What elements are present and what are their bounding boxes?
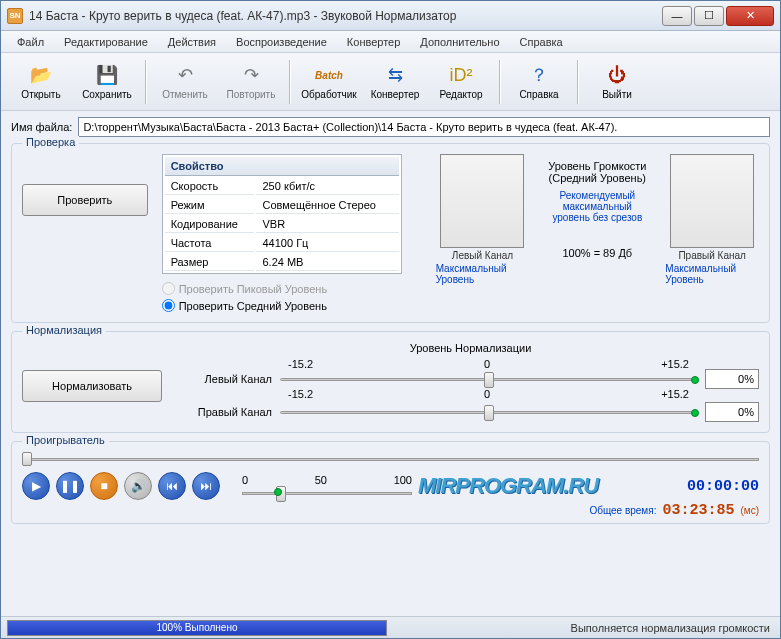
toolbar-undo-label: Отменить — [162, 89, 208, 100]
toolbar-converter[interactable]: ⇆ Конвертер — [363, 57, 427, 107]
maximize-button[interactable]: ☐ — [694, 6, 724, 26]
tick-lo: -15.2 — [288, 358, 313, 370]
left-channel-label: Левый Канал — [452, 250, 513, 261]
tick-hi2: +15.2 — [661, 388, 689, 400]
table-row: Скорость250 кбит/с — [165, 178, 399, 195]
total-label: Общее время: — [589, 505, 656, 516]
right-slider[interactable] — [280, 403, 697, 421]
pct-db-label: 100% = 89 Дб — [562, 247, 632, 259]
radio-peak-label: Проверить Пиковый Уровень — [179, 283, 328, 295]
close-button[interactable]: ✕ — [726, 6, 774, 26]
volume-slider[interactable]: 0 50 100 — [242, 474, 412, 498]
toolbar-batch-label: Обработчик — [301, 89, 356, 100]
separator — [499, 60, 501, 104]
toolbar-open[interactable]: 📂 Открыть — [9, 57, 73, 107]
toolbar-save-label: Сохранить — [82, 89, 132, 100]
menu-converter[interactable]: Конвертер — [339, 34, 408, 50]
table-row: КодированиеVBR — [165, 216, 399, 233]
left-max-link[interactable]: Максимальный Уровень — [436, 263, 530, 285]
slider-title: Уровень Нормализации — [182, 342, 759, 354]
right-max-link[interactable]: Максимальный Уровень — [665, 263, 759, 285]
save-icon: 💾 — [95, 63, 119, 87]
toolbar-open-label: Открыть — [21, 89, 60, 100]
watermark: MIRPROGRAM.RU — [418, 473, 598, 499]
toolbar-redo[interactable]: ↷ Повторить — [219, 57, 283, 107]
volume-title2: (Средний Уровень) — [549, 172, 646, 184]
norm-group: Нормализация Нормализовать Уровень Норма… — [11, 331, 770, 433]
progress-bar: 100% Выполнено — [7, 620, 387, 636]
player-group: Проигрыватель ▶ ❚❚ ■ 🔊 ⏮ ⏭ 0 50 100 — [11, 441, 770, 524]
radio-peak-input[interactable] — [162, 282, 175, 295]
left-ch-label: Левый Канал — [182, 373, 272, 385]
check-group: Проверка Проверить Свойство Скорость250 … — [11, 143, 770, 323]
left-slider[interactable] — [280, 370, 697, 388]
exit-icon: ⏻ — [605, 63, 629, 87]
left-channel-meter — [440, 154, 524, 248]
properties-table: Свойство Скорость250 кбит/с РежимСовмещё… — [162, 154, 402, 274]
minimize-button[interactable]: — — [662, 6, 692, 26]
toolbar-exit[interactable]: ⏻ Выйти — [585, 57, 649, 107]
prev-button[interactable]: ⏮ — [158, 472, 186, 500]
table-row: Размер6.24 МВ — [165, 254, 399, 271]
ms-label: (мс) — [740, 505, 759, 516]
props-header: Свойство — [165, 157, 399, 176]
convert-icon: ⇆ — [383, 63, 407, 87]
radio-avg-label: Проверить Средний Уровень — [179, 300, 327, 312]
speaker-button[interactable]: 🔊 — [124, 472, 152, 500]
toolbar-redo-label: Повторить — [227, 89, 276, 100]
toolbar-exit-label: Выйти — [602, 89, 632, 100]
check-button[interactable]: Проверить — [22, 184, 148, 216]
table-row: РежимСовмещённое Стерео — [165, 197, 399, 214]
menu-actions[interactable]: Действия — [160, 34, 224, 50]
filename-input[interactable] — [78, 117, 770, 137]
right-channel-label: Правый Канал — [678, 250, 745, 261]
toolbar-converter-label: Конвертер — [371, 89, 420, 100]
play-button[interactable]: ▶ — [22, 472, 50, 500]
normalize-button[interactable]: Нормализовать — [22, 370, 162, 402]
table-row: Частота44100 Гц — [165, 235, 399, 252]
tick-mid: 0 — [484, 358, 490, 370]
volume-hint2[interactable]: максимальный — [563, 201, 632, 212]
titlebar: SN 14 Баста - Круто верить в чудеса (fea… — [1, 1, 780, 31]
redo-icon: ↷ — [239, 63, 263, 87]
volume-hint1[interactable]: Рекомендуемый — [559, 190, 635, 201]
menu-extra[interactable]: Дополнительно — [412, 34, 507, 50]
app-icon: SN — [7, 8, 23, 24]
menu-edit[interactable]: Редактирование — [56, 34, 156, 50]
right-pct: 0% — [705, 402, 759, 422]
menu-help[interactable]: Справка — [512, 34, 571, 50]
next-button[interactable]: ⏭ — [192, 472, 220, 500]
statusbar: 100% Выполнено Выполняется нормализация … — [1, 616, 780, 638]
toolbar-help[interactable]: ？ Справка — [507, 57, 571, 107]
toolbar: 📂 Открыть 💾 Сохранить ↶ Отменить ↷ Повто… — [1, 53, 780, 111]
time-now: 00:00:00 — [687, 478, 759, 495]
norm-title: Нормализация — [22, 324, 106, 336]
radio-avg[interactable]: Проверить Средний Уровень — [162, 297, 402, 314]
help-icon: ？ — [527, 63, 551, 87]
toolbar-editor[interactable]: iD² Редактор — [429, 57, 493, 107]
tick-mid2: 0 — [484, 388, 490, 400]
radio-avg-input[interactable] — [162, 299, 175, 312]
radio-peak[interactable]: Проверить Пиковый Уровень — [162, 280, 402, 297]
editor-icon: iD² — [449, 63, 473, 87]
volume-hint3[interactable]: уровень без срезов — [552, 212, 642, 223]
seek-slider[interactable] — [22, 452, 759, 466]
toolbar-save[interactable]: 💾 Сохранить — [75, 57, 139, 107]
status-text: Выполняется нормализация громкости — [393, 622, 780, 634]
stop-button[interactable]: ■ — [90, 472, 118, 500]
tick-lo2: -15.2 — [288, 388, 313, 400]
progress-text: 100% Выполнено — [8, 621, 386, 635]
tick-hi: +15.2 — [661, 358, 689, 370]
total-time: 03:23:85 — [662, 502, 734, 519]
toolbar-batch[interactable]: Batch Обработчик — [297, 57, 361, 107]
menu-playback[interactable]: Воспроизведение — [228, 34, 335, 50]
toolbar-undo[interactable]: ↶ Отменить — [153, 57, 217, 107]
menubar: Файл Редактирование Действия Воспроизвед… — [1, 31, 780, 53]
batch-icon: Batch — [317, 63, 341, 87]
volume-title1: Уровень Громкости — [548, 160, 646, 172]
pause-button[interactable]: ❚❚ — [56, 472, 84, 500]
separator — [577, 60, 579, 104]
menu-file[interactable]: Файл — [9, 34, 52, 50]
right-ch-label: Правый Канал — [182, 406, 272, 418]
check-title: Проверка — [22, 136, 79, 148]
